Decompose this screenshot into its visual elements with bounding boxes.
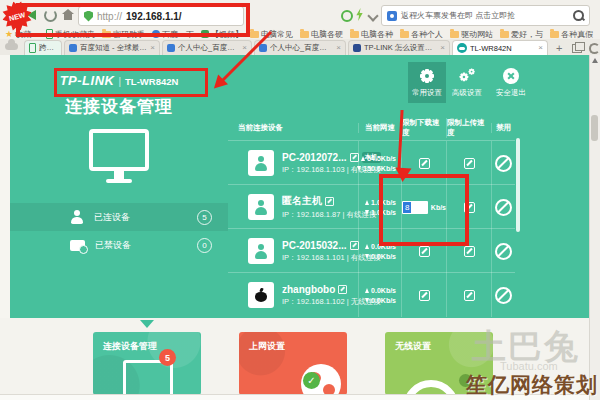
edit-upload-limit-button[interactable] <box>464 290 475 301</box>
annotation-arrowhead-input <box>395 167 412 182</box>
edit-upload-limit-button[interactable] <box>464 246 475 257</box>
page-margin <box>0 55 10 318</box>
col-header-device: 当前连接设备 <box>228 123 358 133</box>
upload-arrow-icon <box>365 200 369 205</box>
close-icon[interactable]: × <box>242 44 247 52</box>
close-icon[interactable]: × <box>440 44 445 52</box>
edit-name-icon[interactable] <box>350 241 359 250</box>
ban-device-icon[interactable] <box>495 199 512 216</box>
device-ip: IP：192.168.1.103 | 有线连接 <box>282 165 381 175</box>
ban-device-icon[interactable] <box>495 243 512 260</box>
ban-device-icon[interactable] <box>495 287 512 304</box>
search-icon[interactable] <box>573 10 584 21</box>
monitor-stand <box>114 171 124 179</box>
device-row: PC-2015032... IP：192.168.1.101 | 有线连接 0.… <box>228 228 515 273</box>
close-icon[interactable]: × <box>538 44 543 52</box>
page-title: 连接设备管理 <box>10 95 228 118</box>
tab-router-admin[interactable]: TL-WR842N× <box>452 40 548 55</box>
card-device-management[interactable]: 连接设备管理 5 <box>93 332 201 395</box>
card-internet-settings[interactable]: 上网设置 ✓ <box>239 332 347 395</box>
bookmark-folder[interactable]: 电脑各硬 <box>300 29 343 40</box>
folder-icon <box>300 31 309 38</box>
edit-name-icon[interactable] <box>338 285 347 294</box>
search-hotword: 返程火车票发售在即 点击立即抢 <box>401 10 515 21</box>
sidebar-item-connected-devices[interactable]: 已连设备 5 <box>10 203 228 231</box>
star-icon: ★ <box>5 30 13 38</box>
edit-upload-limit-button[interactable] <box>464 158 475 169</box>
device-count-badge: 5 <box>159 349 176 366</box>
device-name: PC-2015032... <box>282 240 347 251</box>
folder-icon <box>250 31 259 38</box>
table-scrollbar[interactable] <box>516 138 520 232</box>
col-header-upload-limit: 限制上传速度 <box>446 118 491 138</box>
device-row: PC-2012072...本机 IP：192.168.1.103 | 有线连接 … <box>228 140 515 185</box>
ban-device-icon[interactable] <box>495 155 512 172</box>
edit-download-limit-button[interactable] <box>419 158 430 169</box>
folder-icon <box>400 31 409 38</box>
device-name: zhangbobo <box>282 284 335 295</box>
cloud-sync-icon[interactable] <box>5 43 18 50</box>
device-row: zhangbobo IP：192.168.1.102 | 无线连接 0.0Kb/… <box>228 272 515 317</box>
device-name: PC-2012072... <box>282 152 347 163</box>
monitor-icon <box>89 129 149 171</box>
close-icon[interactable]: × <box>336 44 341 52</box>
tab-tplink-howto[interactable]: TP-LINK 怎么设置限速_百度× <box>348 40 450 55</box>
count-badge: 0 <box>197 238 212 253</box>
tab-cross-screen[interactable]: 跨屏浏览 <box>24 40 62 55</box>
device-ip: IP：192.168.1.101 | 有线连接 <box>282 253 381 263</box>
edit-download-limit-button[interactable] <box>419 246 430 257</box>
bookmark-folder[interactable]: 爱好，与 <box>500 29 543 40</box>
tab-common-settings[interactable]: 常用设置 <box>408 62 446 103</box>
new-badge-label: NEW <box>8 11 26 22</box>
annotation-box-logo <box>54 68 208 97</box>
tab-logout[interactable]: 安全退出 <box>492 62 530 103</box>
device-avatar <box>248 238 274 264</box>
bookmark-folder[interactable]: 驱动网站 <box>450 29 493 40</box>
gear-icon <box>419 68 435 84</box>
bookmark-folder[interactable]: 电脑各种 <box>350 29 393 40</box>
device-name: 匿名主机 <box>282 194 322 208</box>
pc-user-icon <box>254 156 268 171</box>
col-header-download-limit: 限制下载速度 <box>401 118 446 138</box>
device-ip: IP：192.168.1.102 | 无线连接 <box>282 297 381 307</box>
browser-scrollbar[interactable] <box>589 55 600 400</box>
check-badge: ✓ <box>303 372 320 389</box>
col-header-speed: 当前网速 <box>358 123 401 133</box>
search-input[interactable]: 返程火车票发售在即 点击立即抢 <box>381 5 590 26</box>
menu-label: 已连设备 <box>94 211 130 224</box>
edit-name-icon[interactable] <box>325 197 334 206</box>
count-badge: 5 <box>197 210 212 225</box>
scroll-up-icon[interactable] <box>592 58 598 63</box>
tplink-favicon <box>457 43 467 53</box>
tab-favicon <box>353 44 361 52</box>
close-icon[interactable]: × <box>150 44 155 52</box>
scrollbar-thumb[interactable] <box>591 115 598 141</box>
annotation-box-limit-input <box>379 174 469 246</box>
bookmark-folder[interactable]: 电脑常见 <box>250 29 293 40</box>
bookmark-folder[interactable]: 各种真假 <box>550 29 593 40</box>
screen: NEW http://192.168.1.1/ 返程火车票发售在即 点击立即抢 … <box>0 0 600 400</box>
reopen-tab-button[interactable] <box>589 43 600 54</box>
folder-icon <box>550 31 559 38</box>
adblock-icon[interactable] <box>341 10 353 22</box>
device-avatar <box>248 150 274 176</box>
sidebar-item-banned-devices[interactable]: 已禁设备 0 <box>10 231 228 259</box>
device-avatar <box>248 282 274 308</box>
device-ip: IP：192.168.1.87 | 有线连接 <box>282 210 377 220</box>
new-tab-button[interactable]: + <box>556 42 562 54</box>
tab-favicon <box>69 44 77 52</box>
edit-download-limit-button[interactable] <box>419 290 430 301</box>
bookmark-folder[interactable]: 各种个人 <box>400 29 443 40</box>
edit-name-icon[interactable] <box>350 153 359 162</box>
upload-arrow-icon <box>361 156 365 161</box>
tab-advanced-settings[interactable]: 高级设置 <box>448 62 486 103</box>
tab-baidu-zhidao[interactable]: 百度知道 - 全球最大中文互…× <box>64 40 160 55</box>
person-icon <box>70 210 84 224</box>
tab-personal-center-1[interactable]: 个人中心_百度知道× <box>162 40 252 55</box>
apple-icon <box>255 289 267 302</box>
tab-personal-center-2[interactable]: 个人中心_百度知道× <box>254 40 346 55</box>
pc-user-icon <box>254 244 268 259</box>
chevron-down-icon <box>140 320 154 328</box>
phone-icon <box>29 43 36 53</box>
tab-list-button[interactable] <box>572 44 582 53</box>
